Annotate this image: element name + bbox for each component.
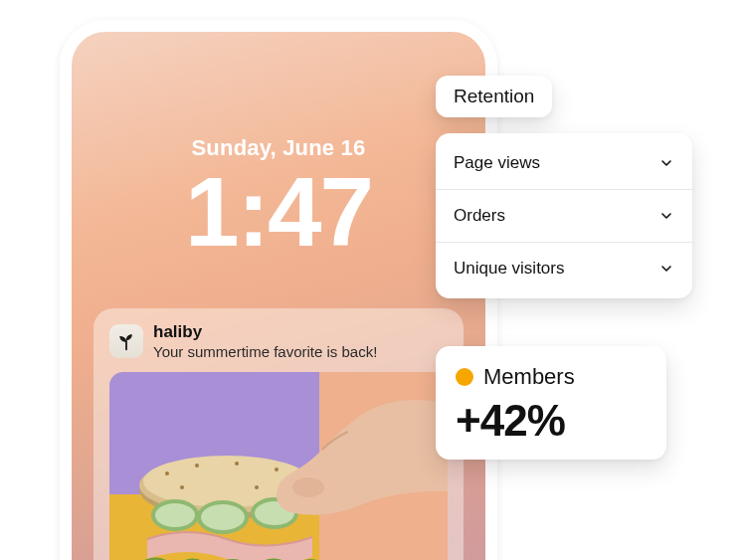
hand-illustration: [249, 396, 448, 535]
metric-label: Unique visitors: [454, 259, 565, 279]
svg-point-13: [292, 477, 324, 497]
chevron-down-icon: [658, 261, 674, 277]
notification-text: haliby Your summertime favorite is back!: [153, 322, 377, 360]
notification-body: Your summertime favorite is back!: [153, 343, 377, 360]
metric-row-orders[interactable]: Orders: [436, 190, 692, 243]
phone-frame: Sunday, June 16 1:47 haliby Your summert…: [60, 20, 497, 560]
metric-label: Page views: [454, 153, 540, 173]
notification-header: haliby Your summertime favorite is back!: [109, 322, 448, 360]
chevron-down-icon: [658, 208, 674, 224]
svg-point-11: [199, 502, 247, 532]
phone-lockscreen: Sunday, June 16 1:47 haliby Your summert…: [72, 32, 485, 560]
lockscreen-time: 1:47: [93, 163, 464, 261]
metrics-card: Page views Orders Unique visitors: [436, 133, 692, 298]
svg-point-4: [195, 464, 199, 467]
metric-row-page-views[interactable]: Page views: [436, 137, 692, 190]
members-card[interactable]: Members +42%: [436, 346, 666, 460]
members-header: Members: [456, 364, 647, 390]
svg-point-3: [165, 471, 169, 475]
status-dot-icon: [456, 368, 473, 386]
metric-row-unique-visitors[interactable]: Unique visitors: [436, 243, 692, 294]
members-delta: +42%: [456, 396, 647, 446]
svg-point-5: [235, 462, 239, 466]
notification-card[interactable]: haliby Your summertime favorite is back!: [93, 308, 464, 560]
retention-pill[interactable]: Retention: [436, 76, 552, 117]
chevron-down-icon: [658, 155, 674, 171]
svg-point-8: [180, 485, 184, 489]
svg-point-10: [153, 501, 197, 529]
notification-image: [109, 372, 448, 560]
metric-label: Orders: [454, 206, 505, 226]
retention-label: Retention: [454, 86, 534, 106]
sprout-icon: [109, 324, 143, 358]
members-label: Members: [483, 364, 575, 390]
notification-app-name: haliby: [153, 322, 377, 342]
